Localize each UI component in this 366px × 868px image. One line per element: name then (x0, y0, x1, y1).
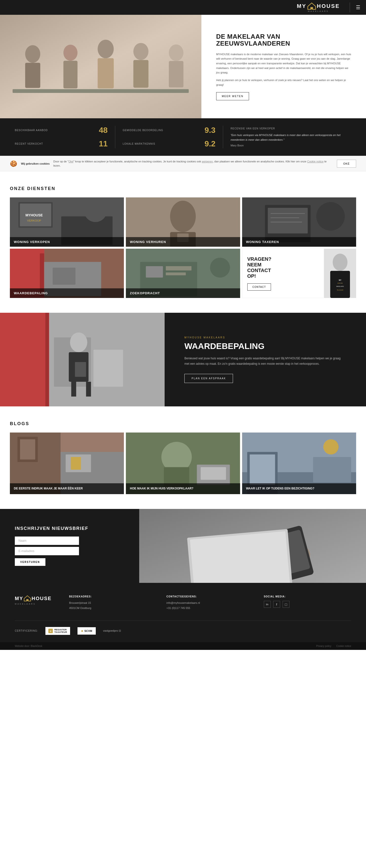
footer-credit: Website door: BlackDesk (15, 645, 43, 647)
blog-item-1[interactable]: DE EERSTE INDRUK MAAK JE MAAR ÉÉN KEER (10, 433, 124, 494)
review-author: Mary Boon (230, 144, 351, 147)
newsletter-email-input[interactable] (15, 547, 79, 555)
menu-button[interactable]: ☰ (350, 0, 366, 15)
review-text: "Een huis verkopen via MYHOUSE makelaars… (230, 133, 351, 142)
svg-rect-88 (190, 531, 290, 583)
blog-3-label: WAAR LET IK OP TIJDENS EEN BEZICHTIGING? (242, 483, 356, 494)
hero-section: DE MAKELAAR VAN ZEEUWSVLAANDEREN MYHOUSE… (0, 15, 366, 118)
contact-button[interactable]: CONTACT (247, 283, 271, 290)
dienst-verkopen[interactable]: MYHOUSE VERKOOP WONING VERKOPEN (10, 197, 124, 247)
menu-icon: ☰ (356, 4, 360, 10)
lokale-value: 9.2 (205, 139, 216, 148)
svg-text:MYHOUSE: MYHOUSE (25, 213, 43, 217)
hero-title: DE MAKELAAR VAN ZEEUWSVLAANDEREN (216, 33, 351, 47)
scvm-dot: ● (81, 629, 83, 633)
cookie-ok-button[interactable]: OKÉ (337, 160, 356, 167)
header: MY HOUSE MAKELAARS ☰ (0, 0, 366, 15)
social-title: SOCIAL MEDIA: (264, 595, 351, 598)
dienst-verhuren-label: WONING VERHUREN (126, 237, 240, 247)
dienst-zoekopdracht[interactable]: ZOEKOPDRACHT (126, 249, 240, 298)
svg-point-43 (210, 257, 230, 278)
cookie-refuse-link[interactable]: weigeren (202, 160, 213, 163)
logo-top-row: MY HOUSE (297, 2, 340, 10)
footer-main: MY HOUSE MAKELAARS BEZOEKADRES: Brouweri… (15, 595, 351, 611)
dienst-waardebepaling[interactable]: WAARDEBEPALING (10, 249, 124, 298)
dienst-verhuren[interactable]: WONING VERHUREN (126, 197, 240, 247)
gemiddelde-value: 9.3 (205, 126, 216, 135)
blog-item-2[interactable]: HOE MAAK IK MIJN HUIS VERKOOPKLAAR? (126, 433, 240, 494)
dienst-zoekopdracht-label: ZOEKOPDRACHT (126, 288, 240, 298)
svg-point-23 (170, 200, 196, 232)
certifications-row: CERTIFICERING: R REGISTERTAXATEUR ● SCVM… (15, 621, 351, 642)
svg-text:TE KOOP: TE KOOP (337, 289, 343, 291)
svg-rect-59 (71, 382, 76, 397)
blog-1-label: DE EERSTE INDRUK MAAK JE MAAR ÉÉN KEER (10, 483, 124, 494)
blogs-grid: DE EERSTE INDRUK MAAK JE MAAR ÉÉN KEER H… (10, 433, 356, 494)
blogs-title: BLOGS (10, 421, 356, 426)
svg-rect-42 (166, 273, 186, 276)
svg-rect-37 (53, 268, 75, 285)
contact-phone[interactable]: +31 (0)117 745 555 (166, 606, 254, 611)
newsletter-submit-button[interactable]: VERSTUREN (15, 558, 46, 566)
privacy-policy-link[interactable]: Privacy policy (316, 645, 331, 647)
register-taxateur-text: REGISTERTAXATEUR (54, 628, 67, 633)
cookie-text: Door op de "Oké" knop te klikken accepte… (53, 159, 333, 167)
dienst-verkopen-label: WONING VERKOPEN (10, 237, 124, 247)
meer-weten-button[interactable]: MEER WETEN (216, 92, 249, 100)
social-icons-row: in f ◻ (264, 601, 351, 608)
dienst-contact-area: VRAGEN?NEEMCONTACTOP! CONTACT MY HOUSE M… (242, 249, 356, 298)
cookie-notice-link[interactable]: Cookie notice (307, 160, 323, 163)
stat-lokale: LOKALE MARKTKENNIS 9.2 (123, 139, 216, 148)
svg-rect-5 (25, 63, 40, 88)
register-taxateur-badge: R REGISTERTAXATEUR (46, 627, 70, 635)
svg-rect-65 (20, 439, 35, 459)
footer-bottom-links: Privacy policy Cookie notice (316, 645, 351, 647)
svg-point-21 (84, 199, 107, 222)
blog-item-3[interactable]: WAAR LET IK OP TIJDENS EEN BEZICHTIGING? (242, 433, 356, 494)
contact-email[interactable]: info@myhousemakelaars.nl (166, 600, 254, 606)
plan-afspraak-button[interactable]: PLAN EEN AFSPRAAK (185, 374, 233, 383)
dienst-taxeren[interactable]: WONING TAXEREN (242, 197, 356, 247)
stats-review-col: RECENSIE VAN EEN VERKOPER "Een huis verk… (223, 126, 351, 148)
vastgoed-badge: vastgoedpro ⊡ (103, 629, 121, 632)
hero-team-image (0, 15, 201, 118)
stat-recent: RECENT VERKOCHT 11 (15, 139, 108, 148)
footer-bottom-bar: Website door: BlackDesk Privacy policy C… (0, 642, 366, 650)
vastgoed-text: vastgoedpro ⊡ (103, 629, 121, 632)
hero-image (0, 15, 201, 118)
footer-logo-top: MY HOUSE (15, 595, 52, 601)
bezoekadres-line2: 4501CM Oostburg (69, 606, 157, 611)
blog-2-label: HOE MAAK IK MIJN HUIS VERKOOPKLAAR? (126, 483, 240, 494)
social-linkedin[interactable]: in (264, 601, 271, 608)
stats-mid-col: GEMIDDELDE BEOORDELING 9.3 LOKALE MARKTK… (115, 126, 223, 148)
svg-rect-13 (169, 61, 184, 88)
stats-bar: BESCHIKBAAR AANBOD 48 RECENT VERKOCHT 11… (0, 118, 366, 156)
waardebepaling-section: MYHOUSE MAKELAARS WAARDEBEPALING Benieuw… (0, 313, 366, 406)
social-instagram[interactable]: ◻ (283, 601, 289, 608)
svg-rect-28 (268, 208, 308, 234)
svg-point-10 (133, 43, 148, 60)
svg-text:HOUSE: HOUSE (337, 282, 342, 284)
cookie-ok-link[interactable]: Oké (68, 160, 73, 163)
register-icon: R (48, 629, 53, 633)
svg-rect-40 (146, 266, 163, 278)
svg-point-45 (333, 254, 347, 271)
svg-point-12 (169, 44, 184, 61)
svg-point-81 (323, 439, 338, 455)
scvm-badge: ● SCVM (78, 627, 95, 634)
hero-content: DE MAKELAAR VAN ZEEUWSVLAANDEREN MYHOUSE… (201, 15, 366, 118)
svg-rect-79 (250, 455, 275, 485)
footer-house-icon (24, 595, 31, 601)
contact-cta-box: VRAGEN?NEEMCONTACTOP! CONTACT (242, 249, 324, 298)
cookie-notice-footer-link[interactable]: Cookie notice (336, 645, 351, 647)
newsletter-name-input[interactable] (15, 536, 79, 545)
lokale-label: LOKALE MARKTKENNIS (123, 143, 200, 145)
svg-rect-74 (201, 467, 226, 479)
svg-rect-7 (63, 61, 78, 89)
stats-left-col: BESCHIKBAAR AANBOD 48 RECENT VERKOCHT 11 (15, 126, 115, 148)
social-facebook[interactable]: f (273, 601, 280, 608)
waardebepaling-title: WAARDEBEPALING (185, 341, 346, 351)
footer-logo-makelaars: MAKELAARS (15, 603, 36, 605)
waardebepaling-content: MYHOUSE MAKELAARS WAARDEBEPALING Benieuw… (165, 313, 366, 406)
cookie-title: Wij gebruiken cookies (21, 162, 50, 165)
